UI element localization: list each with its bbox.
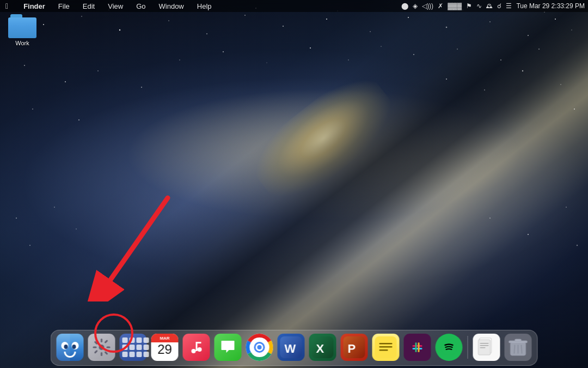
svg-point-33 — [577, 245, 578, 246]
svg-point-34 — [381, 46, 381, 46]
calendar-icon: MAR 29 — [151, 334, 179, 361]
svg-point-37 — [500, 59, 501, 61]
file-menu[interactable]: File — [56, 2, 72, 10]
dock-item-notes[interactable] — [371, 333, 401, 362]
desktop:  Finder File Edit View Go Window Help ⬤… — [0, 0, 588, 368]
messages-icon — [215, 334, 242, 361]
svg-point-18 — [141, 87, 142, 88]
dock-item-chrome[interactable] — [245, 333, 274, 362]
work-folder[interactable]: Work — [3, 12, 41, 49]
wifi-icon[interactable]: ∿ — [476, 2, 482, 10]
launchpad-icon — [120, 334, 147, 361]
svg-rect-63 — [196, 342, 201, 343]
svg-line-50 — [111, 198, 168, 280]
svg-point-29 — [76, 228, 76, 229]
svg-point-30 — [489, 218, 491, 219]
calendar-month: MAR — [151, 334, 179, 342]
photos-icon — [473, 334, 500, 361]
svg-rect-53 — [101, 352, 102, 356]
dock-item-slack[interactable] — [403, 333, 432, 362]
svg-point-24 — [560, 84, 561, 85]
svg-point-14 — [571, 29, 572, 30]
svg-point-60 — [192, 349, 196, 353]
go-menu[interactable]: Go — [134, 2, 148, 10]
svg-line-94 — [514, 345, 515, 353]
dropbox-icon[interactable]: ⬤ — [401, 2, 408, 10]
svg-rect-90 — [480, 347, 486, 348]
svg-point-1 — [81, 16, 82, 17]
svg-rect-55 — [107, 347, 111, 348]
hd-icon[interactable]: ◈ — [413, 2, 418, 10]
slack-icon — [404, 334, 431, 361]
app-name-menu[interactable]: Finder — [21, 2, 47, 10]
svg-point-21 — [446, 79, 447, 80]
svg-point-43 — [348, 59, 348, 60]
dock-item-calendar[interactable]: MAR 29 — [150, 333, 180, 362]
svg-point-19 — [32, 108, 33, 110]
clock-icon[interactable]: 🕰 — [486, 2, 493, 10]
dock-item-excel[interactable]: X — [308, 333, 338, 362]
svg-point-3 — [168, 20, 169, 21]
svg-rect-54 — [93, 347, 97, 348]
svg-point-10 — [446, 27, 448, 28]
dock-item-trash[interactable] — [504, 333, 533, 362]
dock-item-launchpad[interactable] — [119, 333, 148, 362]
svg-point-0 — [43, 24, 44, 25]
svg-rect-80 — [415, 342, 417, 352]
bluetooth-icon[interactable]: ✗ — [438, 2, 443, 10]
svg-point-35 — [413, 54, 414, 55]
svg-point-22 — [484, 89, 485, 90]
dock-item-finder[interactable] — [56, 333, 85, 362]
dock-item-powerpoint[interactable]: P — [340, 333, 369, 362]
notification-icon[interactable]: ☰ — [506, 2, 512, 10]
svg-rect-75 — [379, 343, 393, 345]
excel-icon: X — [309, 334, 336, 361]
spotify-icon — [436, 334, 463, 361]
flag-icon[interactable]: ⚑ — [466, 2, 472, 10]
svg-rect-56 — [94, 341, 98, 345]
dock-item-system-prefs[interactable] — [87, 333, 117, 362]
galaxy-background — [0, 0, 588, 368]
svg-rect-57 — [104, 351, 108, 355]
dock-item-photos[interactable] — [472, 333, 501, 362]
svg-point-26 — [16, 218, 17, 219]
notes-icon — [372, 334, 400, 361]
svg-text:P: P — [348, 342, 356, 355]
svg-point-28 — [29, 245, 30, 246]
red-arrow-annotation — [81, 192, 189, 304]
svg-point-42 — [310, 47, 311, 49]
svg-rect-59 — [104, 340, 108, 343]
menubar-left:  Finder File Edit View Go Window Help — [3, 2, 401, 10]
svg-text:X: X — [316, 342, 324, 355]
svg-point-5 — [244, 15, 246, 16]
dock-item-word[interactable]: W — [277, 333, 306, 362]
powerpoint-icon: P — [341, 334, 368, 361]
svg-rect-79 — [413, 348, 422, 349]
battery-icon[interactable]: ▓▓▓ — [448, 2, 462, 10]
dock-item-messages[interactable] — [213, 333, 243, 362]
dock-item-spotify[interactable] — [434, 333, 464, 362]
svg-point-16 — [65, 81, 66, 82]
svg-point-11 — [489, 21, 491, 22]
search-icon[interactable]: ☌ — [497, 2, 501, 10]
svg-rect-93 — [515, 339, 522, 341]
folder-label: Work — [15, 40, 29, 46]
svg-text:W: W — [285, 342, 296, 355]
window-menu[interactable]: Window — [157, 2, 186, 10]
help-menu[interactable]: Help — [195, 2, 214, 10]
volume-icon[interactable]: ◁))) — [422, 2, 433, 10]
view-menu[interactable]: View — [106, 2, 125, 10]
edit-menu[interactable]: Edit — [81, 2, 97, 10]
apple-menu[interactable]:  — [3, 2, 10, 10]
folder-body — [8, 17, 36, 38]
svg-point-41 — [266, 62, 267, 63]
svg-point-15 — [24, 65, 25, 66]
svg-point-40 — [223, 51, 224, 52]
svg-point-13 — [555, 19, 556, 20]
svg-rect-77 — [379, 349, 388, 351]
svg-rect-88 — [480, 343, 489, 344]
svg-point-61 — [198, 347, 202, 352]
svg-point-82 — [441, 339, 457, 355]
dock-item-music[interactable] — [182, 333, 211, 362]
svg-rect-58 — [94, 350, 98, 354]
